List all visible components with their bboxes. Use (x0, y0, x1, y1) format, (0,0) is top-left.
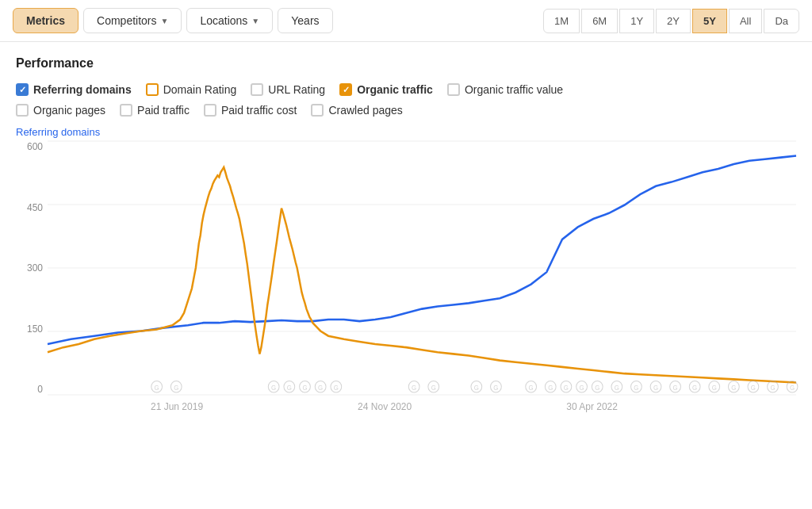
tab-locations[interactable]: Locations ▼ (186, 8, 273, 33)
metric-organic-traffic-value[interactable]: Organic traffic value (447, 83, 563, 96)
tab-metrics[interactable]: Metrics (13, 8, 79, 33)
metric-organic-pages[interactable]: Organic pages (16, 104, 105, 117)
x-label-apr2022: 30 Apr 2022 (566, 401, 618, 412)
metric-url-rating[interactable]: URL Rating (251, 83, 325, 96)
svg-text:G: G (751, 385, 756, 392)
metric-paid-traffic[interactable]: Paid traffic (120, 104, 190, 117)
metric-referring-domains[interactable]: ✓ Referring domains (16, 83, 132, 96)
timeframe-group: 1M 6M 1Y 2Y 5Y All Da (543, 9, 799, 33)
checkbox-organic-traffic-value[interactable] (447, 83, 460, 96)
y-label-300: 300 (16, 262, 48, 274)
x-label-jun2019: 21 Jun 2019 (151, 401, 203, 412)
timeframe-da[interactable]: Da (764, 9, 799, 33)
svg-text:G: G (174, 385, 178, 392)
tab-years[interactable]: Years (278, 8, 332, 33)
timeframe-all[interactable]: All (729, 9, 762, 33)
chart-svg-area: G G G G G G G G G (48, 141, 796, 395)
metric-paid-traffic-cost[interactable]: Paid traffic cost (204, 104, 297, 117)
svg-text:G: G (318, 385, 323, 392)
chart-label: Referring domains (16, 126, 796, 138)
chart-container: 600 450 300 150 0 (16, 141, 796, 427)
x-axis: 21 Jun 2019 24 Nov 2020 30 Apr 2022 (48, 395, 796, 427)
section-title: Performance (16, 56, 796, 71)
timeframe-1y[interactable]: 1Y (619, 9, 654, 33)
blue-line (48, 156, 796, 344)
google-icons-row: G G G G G G G G G (151, 381, 798, 392)
svg-text:G: G (271, 385, 276, 392)
checkbox-organic-traffic[interactable]: ✓ (339, 83, 352, 96)
content-area: Performance ✓ Referring domains Domain R… (0, 42, 812, 427)
timeframe-5y[interactable]: 5Y (692, 9, 727, 33)
svg-text:G: G (493, 385, 498, 392)
checkbox-paid-traffic-cost[interactable] (204, 104, 216, 117)
timeframe-2y[interactable]: 2Y (656, 9, 691, 33)
timeframe-1m[interactable]: 1M (543, 9, 580, 33)
checkbox-paid-traffic[interactable] (120, 104, 132, 117)
svg-text:G: G (634, 385, 638, 392)
svg-text:G: G (302, 385, 307, 392)
y-label-150: 150 (16, 323, 48, 335)
svg-text:G: G (474, 385, 479, 392)
svg-text:G: G (287, 385, 292, 392)
checkbox-crawled-pages[interactable] (311, 104, 324, 117)
svg-text:G: G (595, 385, 599, 392)
y-label-450: 450 (16, 202, 48, 213)
checkbox-organic-pages[interactable] (16, 104, 29, 117)
svg-text:G: G (431, 385, 436, 392)
svg-text:G: G (673, 385, 678, 392)
chevron-down-icon: ▼ (161, 17, 169, 25)
svg-text:G: G (731, 385, 736, 392)
metrics-row-1: ✓ Referring domains Domain Rating URL Ra… (16, 83, 796, 96)
metric-crawled-pages[interactable]: Crawled pages (311, 104, 402, 117)
svg-text:G: G (155, 385, 159, 392)
svg-text:G: G (692, 385, 697, 392)
timeframe-6m[interactable]: 6M (581, 9, 618, 33)
svg-text:G: G (548, 385, 553, 392)
svg-text:G: G (712, 385, 717, 392)
svg-text:G: G (615, 385, 619, 392)
orange-line (48, 167, 796, 382)
svg-text:G: G (529, 385, 534, 392)
x-label-nov2020: 24 Nov 2020 (358, 401, 412, 412)
checkbox-domain-rating[interactable] (146, 83, 159, 96)
metric-organic-traffic[interactable]: ✓ Organic traffic (339, 83, 433, 96)
svg-text:G: G (653, 385, 658, 392)
metric-domain-rating[interactable]: Domain Rating (146, 83, 237, 96)
top-bar: Metrics Competitors ▼ Locations ▼ Years … (0, 0, 812, 42)
checkbox-url-rating[interactable] (251, 83, 263, 96)
y-label-600: 600 (16, 141, 48, 152)
metrics-row-2: Organic pages Paid traffic Paid traffic … (16, 104, 796, 117)
svg-text:G: G (580, 385, 584, 392)
svg-text:G: G (564, 385, 569, 392)
svg-text:G: G (770, 385, 775, 392)
tab-group: Metrics Competitors ▼ Locations ▼ Years (13, 8, 333, 33)
checkbox-referring-domains[interactable]: ✓ (16, 83, 29, 96)
svg-text:G: G (412, 385, 416, 392)
svg-text:G: G (790, 385, 795, 392)
chart-svg: G G G G G G G G G (48, 141, 796, 395)
svg-text:G: G (334, 385, 339, 392)
tab-competitors[interactable]: Competitors ▼ (83, 8, 182, 33)
chevron-down-icon: ▼ (251, 17, 259, 25)
y-axis: 600 450 300 150 0 (16, 141, 48, 395)
y-label-0: 0 (16, 384, 48, 395)
